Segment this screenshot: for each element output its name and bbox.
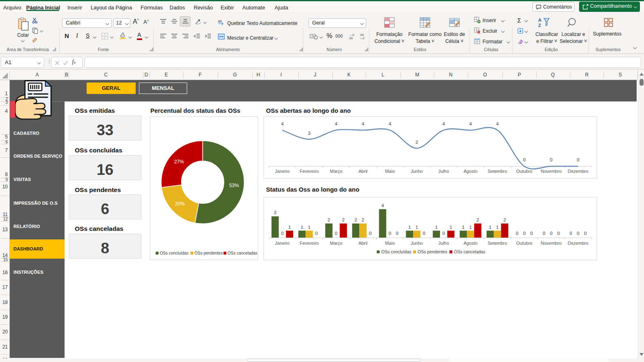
svg-text:Maio: Maio	[385, 241, 395, 246]
svg-text:0: 0	[396, 231, 398, 236]
svg-text:1: 1	[288, 225, 291, 230]
svg-text:4: 4	[381, 203, 384, 208]
svg-text:Setembro: Setembro	[487, 241, 507, 246]
svg-text:1: 1	[469, 225, 472, 230]
svg-text:Fevereiro: Fevereiro	[300, 241, 318, 246]
svg-text:Novembro: Novembro	[541, 241, 562, 246]
svg-text:4: 4	[281, 121, 284, 126]
svg-text:Novembro: Novembro	[541, 169, 562, 174]
svg-text:0: 0	[369, 231, 371, 236]
svg-text:A: A	[538, 18, 541, 22]
svg-text:Dezembro: Dezembro	[568, 241, 588, 246]
svg-text:Março: Março	[330, 241, 342, 246]
svg-text:1: 1	[301, 225, 303, 230]
svg-text:0: 0	[315, 231, 318, 236]
svg-text:.00: .00	[349, 36, 353, 40]
svg-text:0: 0	[584, 231, 586, 236]
svg-text:4: 4	[362, 121, 364, 126]
svg-text:0: 0	[523, 157, 525, 162]
svg-text:OSs concluídas: OSs concluídas	[381, 249, 411, 254]
svg-text:0: 0	[543, 231, 545, 236]
svg-text:0: 0	[335, 231, 337, 236]
svg-text:4: 4	[389, 121, 391, 126]
svg-text:OSs canceladas: OSs canceladas	[228, 251, 257, 255]
svg-text:1: 1	[416, 225, 418, 230]
svg-text:2: 2	[476, 217, 479, 222]
svg-text:1: 1	[449, 225, 452, 230]
svg-text:0: 0	[530, 231, 533, 236]
svg-text:0: 0	[557, 231, 559, 236]
svg-text:Junho: Junho	[411, 169, 423, 174]
svg-text:Abril: Abril	[358, 241, 367, 246]
svg-text:Janeiro: Janeiro	[275, 241, 290, 246]
svg-text:Janeiro: Janeiro	[275, 169, 290, 174]
svg-text:27%: 27%	[174, 159, 184, 165]
svg-text:OSs pendentes: OSs pendentes	[195, 251, 223, 255]
svg-text:Dezembro: Dezembro	[568, 169, 588, 174]
svg-text:2: 2	[328, 217, 330, 222]
svg-text:1: 1	[462, 225, 465, 230]
svg-text:0: 0	[523, 231, 525, 236]
svg-text:OSs pendentes: OSs pendentes	[418, 249, 447, 254]
svg-text:2: 2	[416, 140, 418, 145]
svg-text:Fevereiro: Fevereiro	[300, 169, 318, 174]
svg-text:→0: →0	[360, 36, 364, 40]
svg-text:0: 0	[442, 231, 445, 236]
svg-text:0: 0	[570, 231, 572, 236]
svg-text:2: 2	[342, 217, 344, 222]
svg-text:1: 1	[408, 225, 411, 230]
svg-text:3: 3	[308, 131, 310, 136]
svg-text:1: 1	[308, 225, 310, 230]
svg-text:Março: Março	[330, 169, 342, 174]
svg-text:1: 1	[489, 225, 491, 230]
svg-text:4: 4	[469, 121, 472, 126]
svg-text:OSs concluídas: OSs concluídas	[160, 251, 188, 255]
svg-text:0: 0	[550, 231, 552, 236]
svg-text:4: 4	[442, 121, 445, 126]
svg-text:2: 2	[362, 217, 364, 222]
svg-text:Julho: Julho	[438, 241, 449, 246]
svg-text:ab: ab	[218, 19, 222, 23]
svg-text:Setembro: Setembro	[487, 169, 507, 174]
svg-text:Outubro: Outubro	[516, 241, 532, 246]
svg-text:Julho: Julho	[438, 169, 449, 174]
svg-text:Agosto: Agosto	[463, 241, 477, 246]
svg-text:0: 0	[577, 157, 579, 162]
svg-text:3: 3	[274, 210, 276, 215]
svg-text:2: 2	[354, 217, 357, 222]
svg-text:Junho: Junho	[411, 241, 423, 246]
svg-text:4: 4	[335, 121, 338, 126]
svg-text:4: 4	[496, 121, 499, 126]
svg-text:0: 0	[389, 231, 391, 236]
svg-text:OSs canceladas: OSs canceladas	[454, 249, 485, 254]
svg-text:Z: Z	[538, 23, 541, 28]
svg-text:0: 0	[577, 231, 579, 236]
svg-text:20%: 20%	[175, 201, 185, 207]
svg-text:Maio: Maio	[385, 169, 395, 174]
svg-text:0: 0	[423, 231, 425, 236]
svg-text:53%: 53%	[229, 183, 239, 188]
svg-text:0: 0	[550, 157, 552, 162]
svg-text:Agosto: Agosto	[463, 169, 477, 174]
svg-text:0: 0	[281, 231, 284, 236]
svg-text:1: 1	[435, 225, 438, 230]
svg-text:1: 1	[496, 225, 499, 230]
svg-text:Outubro: Outubro	[516, 169, 532, 174]
svg-text:0: 0	[516, 231, 518, 236]
svg-text:2: 2	[503, 217, 506, 222]
svg-text:Abril: Abril	[358, 169, 367, 174]
